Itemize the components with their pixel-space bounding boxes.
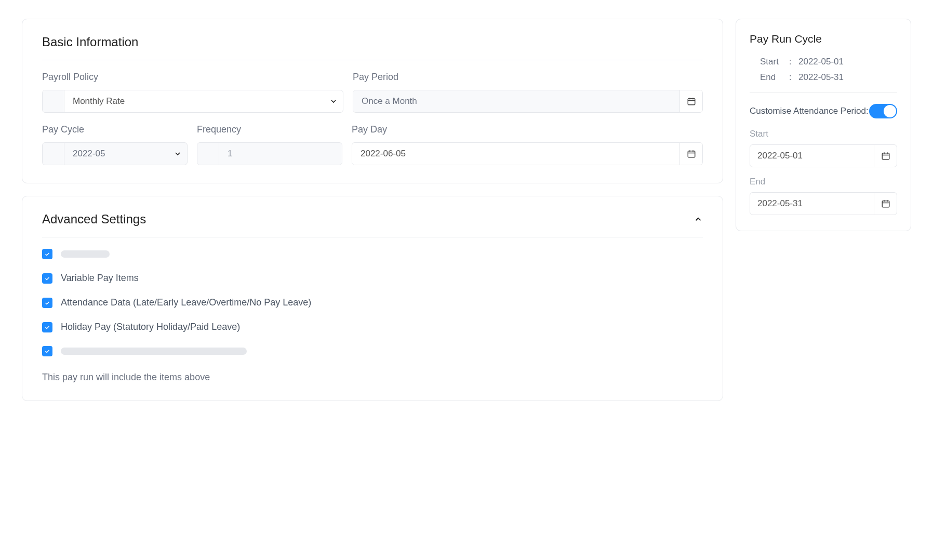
checkbox[interactable] xyxy=(42,322,52,332)
custom-end-label: End xyxy=(750,177,897,187)
calendar-icon[interactable] xyxy=(874,145,897,167)
pay-run-cycle-title: Pay Run Cycle xyxy=(750,33,897,45)
checkbox[interactable] xyxy=(42,298,52,308)
cycle-start-label: Start xyxy=(760,57,785,67)
pay-day-value: 2022-06-05 xyxy=(352,143,679,165)
custom-end-value: 2022-05-31 xyxy=(750,193,874,215)
advanced-option-label: Holiday Pay (Statutory Holiday/Paid Leav… xyxy=(61,322,240,332)
custom-start-label: Start xyxy=(750,129,897,139)
svg-rect-12 xyxy=(882,201,889,207)
checkbox[interactable] xyxy=(42,273,52,284)
checkbox[interactable] xyxy=(42,249,52,259)
advanced-option-row: Attendance Data (Late/Early Leave/Overti… xyxy=(42,297,703,308)
skeleton-placeholder xyxy=(61,250,110,258)
payroll-policy-prefix xyxy=(43,90,64,112)
payroll-policy-label: Payroll Policy xyxy=(42,72,343,83)
advanced-option-row xyxy=(42,249,703,259)
calendar-icon[interactable] xyxy=(679,143,702,165)
basic-info-title: Basic Information xyxy=(42,35,703,60)
basic-info-card: Basic Information Payroll Policy Monthly… xyxy=(22,19,723,183)
toggle-knob xyxy=(884,105,896,117)
chevron-up-icon xyxy=(694,215,703,224)
frequency-value: 1 xyxy=(219,143,342,165)
cycle-start-value: 2022-05-01 xyxy=(798,57,844,67)
advanced-option-row: Variable Pay Items xyxy=(42,273,703,284)
advanced-settings-title: Advanced Settings xyxy=(42,212,146,226)
frequency-field[interactable]: 1 xyxy=(197,142,342,165)
pay-period-label: Pay Period xyxy=(353,72,703,83)
svg-rect-8 xyxy=(882,153,889,159)
pay-period-field[interactable]: Once a Month xyxy=(353,90,703,113)
checkbox[interactable] xyxy=(42,346,52,356)
advanced-options-list: Variable Pay ItemsAttendance Data (Late/… xyxy=(42,249,703,356)
pay-run-cycle-card: Pay Run Cycle Start : 2022-05-01 End : 2… xyxy=(736,19,911,231)
pay-period-value: Once a Month xyxy=(353,90,679,112)
customise-attendance-label: Customise Attendance Period: xyxy=(750,106,869,116)
customise-attendance-toggle[interactable] xyxy=(869,104,897,118)
custom-start-value: 2022-05-01 xyxy=(750,145,874,167)
pay-day-field[interactable]: 2022-06-05 xyxy=(352,142,703,165)
cycle-end-label: End xyxy=(760,72,785,83)
advanced-settings-card: Advanced Settings Variable Pay ItemsAtte… xyxy=(22,196,723,401)
frequency-prefix xyxy=(197,143,219,165)
custom-start-field[interactable]: 2022-05-01 xyxy=(750,144,897,167)
svg-rect-0 xyxy=(688,99,695,105)
advanced-option-row xyxy=(42,346,703,356)
advanced-settings-header[interactable]: Advanced Settings xyxy=(42,212,703,237)
cycle-end-value: 2022-05-31 xyxy=(798,72,844,83)
skeleton-placeholder xyxy=(61,348,247,355)
advanced-option-row: Holiday Pay (Statutory Holiday/Paid Leav… xyxy=(42,322,703,332)
pay-day-label: Pay Day xyxy=(352,124,703,135)
calendar-icon[interactable] xyxy=(679,90,702,112)
cycle-end-row: End : 2022-05-31 xyxy=(750,72,897,83)
pay-cycle-prefix xyxy=(43,143,64,165)
advanced-option-label: Attendance Data (Late/Early Leave/Overti… xyxy=(61,297,311,308)
advanced-option-label: Variable Pay Items xyxy=(61,273,139,284)
svg-rect-4 xyxy=(688,151,695,157)
advanced-footnote: This pay run will include the items abov… xyxy=(42,372,703,383)
payroll-policy-value: Monthly Rate xyxy=(64,90,324,112)
frequency-label: Frequency xyxy=(197,124,342,135)
pay-cycle-value: 2022-05 xyxy=(64,143,168,165)
custom-end-field[interactable]: 2022-05-31 xyxy=(750,192,897,215)
chevron-down-icon xyxy=(168,143,187,165)
cycle-start-row: Start : 2022-05-01 xyxy=(750,57,897,67)
chevron-down-icon xyxy=(324,90,343,112)
calendar-icon[interactable] xyxy=(874,193,897,215)
payroll-policy-select[interactable]: Monthly Rate xyxy=(42,90,343,113)
pay-cycle-select[interactable]: 2022-05 xyxy=(42,142,188,165)
pay-cycle-label: Pay Cycle xyxy=(42,124,188,135)
divider xyxy=(750,92,897,92)
